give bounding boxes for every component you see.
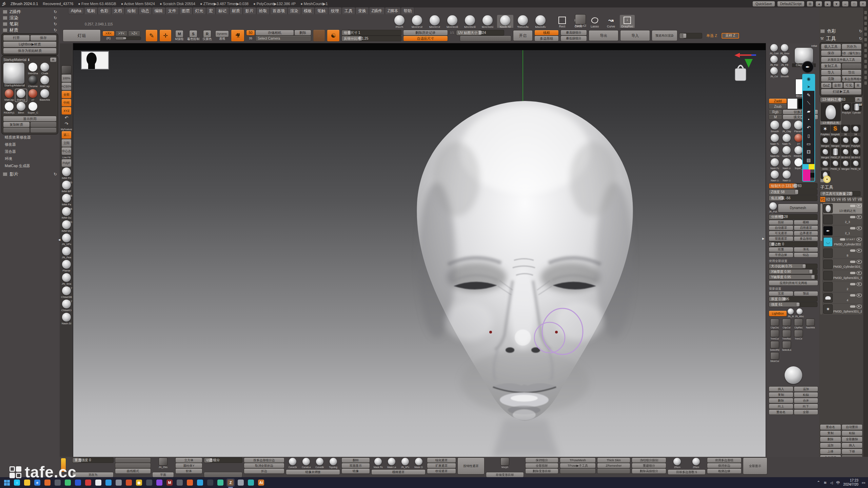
tool-button-[interactable]: 从项目文件载入工具 [821, 57, 861, 62]
camera-icon-button[interactable]: 🎥︎ [231, 30, 244, 41]
subtool-scrollbar[interactable] [820, 203, 823, 314]
taskbar-icon-app[interactable] [84, 479, 92, 487]
strip-button[interactable]: AC50% [62, 83, 71, 90]
subdiv-size-slider[interactable]: 细分尺寸 1 [342, 30, 401, 35]
menu-item-12[interactable]: 材质 [230, 7, 242, 15]
menu-item-1[interactable]: 笔刷 [84, 7, 97, 15]
pen-nib-icon[interactable]: ✒ [802, 62, 813, 73]
dynamic-perspective-button[interactable]: Dynamic透视 [215, 31, 229, 41]
shelf-button-保持细分[interactable]: 保持细分 [526, 458, 558, 463]
palette-header-渲染[interactable]: 渲染↻ [1, 15, 58, 21]
tool-thumb-13[interactable]: 08-SH-0 [851, 148, 861, 159]
shelf-button-ZRemesher[interactable]: ZRemesher [597, 463, 630, 468]
quick-brush-Smooth[interactable]: Smooth [769, 121, 781, 133]
sculptris-pro-button[interactable]: ☯ [327, 30, 339, 41]
brush-pinch[interactable]: Pinch [391, 15, 408, 29]
color-swatch-1[interactable] [803, 164, 814, 169]
shelf-button-保持折边[interactable]: 保持折边 [707, 463, 741, 468]
minimize-icon[interactable]: – [842, 1, 848, 6]
subtool-brush-pill[interactable] [850, 249, 855, 252]
strip-button[interactable]: 全部 [62, 91, 71, 98]
subtool-item-9[interactable]: ✶PM3D_Sphere3D1_2 [823, 304, 862, 314]
subtool-eye-icon[interactable] [856, 282, 862, 286]
tray-bottom-button-追加[interactable]: 追加 [794, 387, 818, 391]
subtool-item-3[interactable]: ◡7STARTPM3D_Cylinder3D2 [823, 237, 862, 247]
edit-mode-button[interactable]: ✎ [146, 30, 157, 41]
shelf-button-blank-1[interactable] [115, 463, 151, 468]
edge-tab-4[interactable] [864, 33, 867, 36]
palette-header-笔刷[interactable]: 笔刷↻ [1, 21, 58, 27]
delete-camera-button[interactable]: 删除 [295, 30, 311, 35]
subtool-op-全部删除[interactable]: 全部删除 [842, 437, 863, 442]
eraser-icon[interactable]: ▰ [803, 107, 814, 115]
subtool-eye-icon[interactable] [856, 260, 862, 264]
shelf-button-双面显示[interactable]: 双面显示 [342, 463, 370, 468]
shelf-brush-CurveBr[interactable]: CurveBr [313, 458, 327, 469]
tool-button-[interactable]: 可见 [844, 83, 854, 88]
subtool-op-下移[interactable]: 下移 [842, 449, 863, 454]
stroke-rect[interactable]: Rect [555, 15, 570, 28]
mini-brush-JN_Grou[interactable]: JN_Grou [780, 44, 790, 55]
menu-item-20[interactable]: 工具 [342, 7, 355, 15]
shelf-button-删除变形目标[interactable]: 删除变形目标 [526, 469, 558, 473]
taskbar-icon-illustrator[interactable]: Ai [257, 479, 265, 487]
subtool-brush-pill[interactable] [850, 261, 855, 263]
subtool-item-5[interactable]: PM3D_Cylinder3D3_3 [823, 259, 862, 270]
lightbox-button[interactable]: 灯箱 [63, 30, 100, 41]
dynamesh-button[interactable]: Dynamesh [778, 204, 818, 212]
subtool-eye-icon[interactable] [856, 226, 862, 230]
shelf-button-冻结细分级别[interactable]: 冻结细分级别 [632, 458, 666, 463]
clip-brush-SelectLa[interactable]: SelectLa [781, 341, 792, 352]
strip-button[interactable]: 第二 [62, 131, 71, 139]
zsub-button[interactable]: Zsub [769, 104, 787, 109]
material-thumb-Blinn[interactable]: Blinn [15, 102, 27, 115]
subtool-brush-pill[interactable] [850, 205, 855, 207]
open-button[interactable]: 开启 [513, 30, 532, 41]
clipboard-icon[interactable]: ▤ [803, 156, 814, 164]
blank-button-2[interactable] [3, 128, 29, 133]
material-thumb-Chrome[interactable]: Chrome [27, 76, 39, 88]
taskbar-icon-app[interactable] [176, 479, 184, 487]
brush-mahpoli[interactable]: MAHpoli [462, 15, 478, 29]
taskbar-icon-app[interactable] [237, 479, 245, 487]
mirror-y-button[interactable]: >Y< [116, 31, 127, 36]
subtool-op-自动重排[interactable]: 自动重排 [842, 425, 863, 430]
edge-tab-7[interactable] [864, 49, 867, 52]
stroke-lasso[interactable]: Lasso [587, 15, 602, 28]
menu-item-15[interactable]: 首选项 [270, 7, 287, 15]
shelf-brush-ZRem[interactable]: ZRem [668, 458, 687, 469]
material-thumb-BasicMa[interactable]: BasicMa [39, 89, 51, 102]
tray-expand-arrow-icon[interactable]: ▸ [762, 236, 765, 241]
clip-brush-TrimRec[interactable]: TrimRec [781, 330, 792, 341]
geom-slider-0[interactable]: 大小比例 0.75 [769, 264, 817, 268]
strip-item-13-IMMBP[interactable]: 20IMM BP [61, 181, 72, 193]
brush-mahsmi[interactable]: MAHsmi [479, 15, 496, 29]
axis-gizmo-icon[interactable] [734, 53, 756, 68]
resolution-slider[interactable]: 分辨率 128 [769, 215, 817, 219]
scroll-left-icon[interactable]: ◂ [816, 1, 822, 6]
menu-item-23[interactable]: Z脚本 [385, 7, 400, 15]
strip-item-23-NashSl[interactable]: Nash-Sl [61, 313, 72, 325]
tool-button-[interactable]: 灯箱▶工具 [821, 89, 861, 95]
shelf-button-blank-2[interactable] [560, 469, 595, 473]
subtool-item-0[interactable]: 13-猪妈之光 [823, 203, 862, 214]
menu-item-4[interactable]: 绘制 [125, 7, 138, 15]
subtool-tab-V7[interactable]: V7 [852, 197, 857, 202]
shelf-button-另存为[interactable]: 另存为 [73, 472, 113, 477]
tray-slider-0[interactable]: 绘制大小 131.96283 [769, 183, 817, 188]
wireframe-button[interactable]: 线框 [535, 30, 558, 35]
export-button[interactable]: 导出 [589, 30, 618, 41]
strip-button[interactable]: 立阳 [62, 139, 71, 147]
tray-bottom-button-插入[interactable]: 插入 [769, 387, 793, 391]
tool-thumb-5[interactable]: 404 [851, 125, 861, 136]
tray-bottom-button-重命名[interactable]: 重命名 [769, 410, 793, 414]
sculptris-off-button[interactable]: ◌ [313, 30, 325, 41]
tool-button-[interactable]: 导出 [842, 70, 862, 75]
import-button[interactable]: 导入 [620, 30, 650, 41]
strip-item-8-[interactable]: MyFeature第二 [61, 127, 72, 139]
shelf-button-删除高级细分[interactable]: 删除高级细分 [632, 469, 666, 473]
edge-tab-12[interactable] [864, 76, 867, 79]
blank-button-1[interactable] [31, 122, 57, 127]
shelf-button-存储变形目标[interactable]: 存储变形目标 [486, 472, 524, 477]
subtool-eye-icon[interactable] [856, 204, 862, 208]
